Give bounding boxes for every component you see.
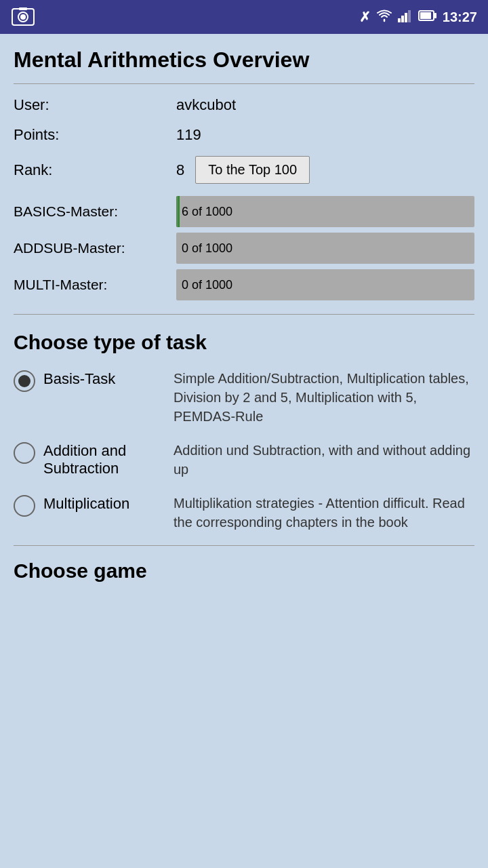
- master-divider: [14, 314, 474, 315]
- svg-rect-10: [434, 13, 436, 18]
- points-label: Points:: [14, 126, 176, 144]
- time-display: 13:27: [443, 9, 477, 25]
- choose-task-title: Choose type of task: [14, 331, 474, 354]
- task-divider: [14, 545, 474, 546]
- user-label: User:: [14, 96, 176, 114]
- points-value: 119: [176, 126, 201, 144]
- bluetooth-icon: ✗: [359, 9, 371, 25]
- rank-value: 8: [176, 161, 184, 179]
- multi-task-label: Multiplication: [43, 492, 165, 513]
- addsub-master-row: ADDSUB-Master: 0 of 1000: [14, 233, 474, 264]
- basics-master-label: BASICS-Master:: [14, 203, 176, 220]
- svg-rect-7: [408, 10, 411, 22]
- svg-rect-6: [405, 13, 407, 22]
- user-name: avkcubot: [176, 96, 236, 114]
- page-title: Mental Arithmetics Overview: [14, 47, 474, 73]
- main-container: Mental Arithmetics Overview User: avkcub…: [0, 34, 488, 868]
- addsub-progress-text: 0 of 1000: [182, 241, 232, 256]
- photo-icon: [11, 5, 35, 29]
- top100-button[interactable]: To the Top 100: [195, 156, 310, 184]
- basis-radio-col: [14, 368, 35, 392]
- user-row: User: avkcubot: [14, 96, 474, 114]
- addsub-task-label: Addition and Subtraction: [43, 439, 165, 477]
- task-row-addsub: Addition and Subtraction Addition und Su…: [14, 439, 474, 479]
- multi-radio-col: [14, 492, 35, 517]
- multi-progress-bar: 0 of 1000: [176, 269, 474, 300]
- points-row: Points: 119: [14, 126, 474, 144]
- svg-rect-4: [398, 18, 401, 22]
- task-row-basis: Basis-Task Simple Addition/Subtraction, …: [14, 368, 474, 426]
- svg-rect-9: [420, 12, 431, 19]
- basics-master-row: BASICS-Master: 6 of 1000: [14, 196, 474, 227]
- title-divider: [14, 83, 474, 84]
- svg-point-2: [20, 14, 26, 20]
- addsub-progress-bar: 0 of 1000: [176, 233, 474, 264]
- multi-radio-button[interactable]: [14, 495, 35, 517]
- svg-rect-5: [401, 16, 404, 22]
- addsub-radio-col: [14, 439, 35, 464]
- multi-task-desc: Multiplikation strategies - Attention di…: [174, 492, 474, 532]
- status-bar-right: ✗ 13:27: [359, 9, 477, 26]
- rank-label: Rank:: [14, 161, 176, 179]
- wifi-icon: [376, 9, 392, 26]
- choose-game-title: Choose game: [14, 559, 474, 583]
- basics-progress-text: 6 of 1000: [182, 205, 232, 219]
- status-bar: ✗ 13:27: [0, 0, 488, 34]
- basis-radio-button[interactable]: [14, 370, 35, 392]
- svg-rect-3: [19, 7, 27, 10]
- basis-task-desc: Simple Addition/Subtraction, Multiplicat…: [174, 368, 474, 426]
- addsub-radio-button[interactable]: [14, 442, 35, 464]
- basics-progress-bar: 6 of 1000: [176, 196, 474, 227]
- multi-progress-text: 0 of 1000: [182, 278, 232, 292]
- addsub-master-label: ADDSUB-Master:: [14, 240, 176, 256]
- rank-row: Rank: 8 To the Top 100: [14, 156, 474, 184]
- multi-master-row: MULTI-Master: 0 of 1000: [14, 269, 474, 300]
- signal-icon: [398, 9, 413, 26]
- addsub-task-desc: Addition und Subtraction, with and witho…: [174, 439, 474, 479]
- rank-container: 8 To the Top 100: [176, 156, 310, 184]
- status-bar-left: [11, 5, 35, 29]
- basis-task-label: Basis-Task: [43, 368, 165, 388]
- multi-master-label: MULTI-Master:: [14, 277, 176, 293]
- task-row-multi: Multiplication Multiplikation strategies…: [14, 492, 474, 532]
- battery-icon: [418, 9, 437, 25]
